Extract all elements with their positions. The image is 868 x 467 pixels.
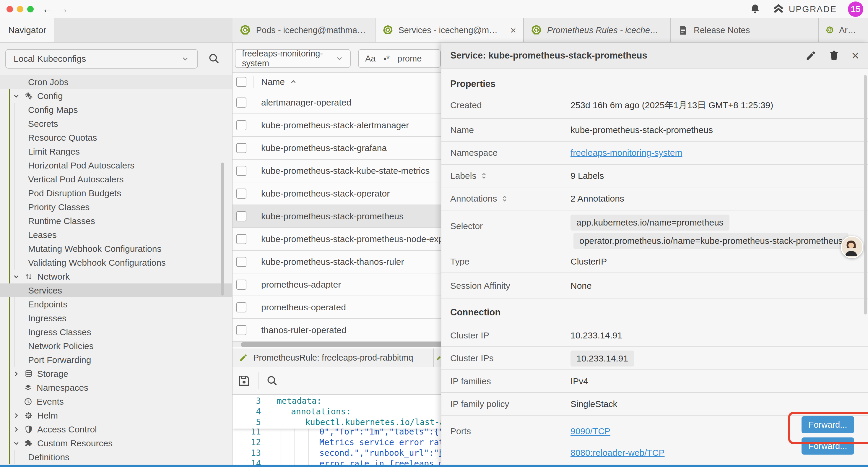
namespace-link[interactable]: freeleaps-monitoring-system [570, 148, 682, 158]
property-row-name: Name kube-prometheus-stack-prometheus [441, 119, 868, 142]
delete-icon[interactable] [829, 50, 840, 61]
tree-group-helm[interactable]: Helm [0, 408, 232, 422]
expand-collapse-icon[interactable] [480, 171, 488, 180]
row-checkbox[interactable] [236, 302, 246, 313]
tree-group-config[interactable]: Config [0, 89, 232, 103]
drawer-scrollbar[interactable] [864, 75, 867, 315]
tab-pods[interactable]: Pods - icecheng@mathmas... [232, 18, 375, 42]
regex-toggle[interactable]: ▪* [383, 54, 390, 63]
tab-release-notes[interactable]: Release Notes [671, 18, 819, 42]
row-checkbox[interactable] [236, 143, 246, 153]
port-link-8080[interactable]: 8080:reloader-web/TCP [570, 448, 665, 458]
tab-services[interactable]: Services - icecheng@math... × [375, 18, 524, 42]
chevron-right-icon [12, 412, 20, 419]
property-row-labels: Labels 9 Labels [441, 165, 868, 187]
tree-item-endpoints[interactable]: Endpoints [0, 297, 232, 311]
tree-item-network-policies[interactable]: Network Policies [0, 339, 232, 353]
tab-argo[interactable]: Argo Se [819, 18, 868, 42]
tree-item-priority-classes[interactable]: Priority Classes [0, 200, 232, 214]
tree-item-ingress-classes[interactable]: Ingress Classes [0, 325, 232, 339]
tree-item-services[interactable]: Services [0, 284, 232, 297]
row-checkbox[interactable] [236, 97, 246, 108]
notification-count-badge[interactable]: 15 [848, 1, 863, 17]
tree-group-access-control[interactable]: Access Control [0, 422, 232, 436]
close-drawer-icon[interactable]: × [851, 50, 859, 61]
tree-item-secrets[interactable]: Secrets [0, 117, 232, 130]
row-checkbox[interactable] [236, 280, 246, 290]
tree-item-port-forwarding[interactable]: Port Forwarding [0, 353, 232, 367]
minimize-window-button[interactable] [17, 6, 23, 12]
tree-item-horizontal-pod-autoscalers[interactable]: Horizontal Pod Autoscalers [0, 158, 232, 172]
tree-item-cron-jobs[interactable]: Cron Jobs [0, 75, 232, 89]
bell-icon[interactable] [749, 3, 761, 15]
row-checkbox[interactable] [236, 120, 246, 130]
tree-group-network[interactable]: Network [0, 269, 232, 284]
up-down-arrows-icon [24, 272, 33, 281]
chevron-down-icon [335, 54, 344, 63]
namespace-filter-dropdown[interactable]: freeleaps-monitoring-system [235, 49, 351, 68]
history-back-button[interactable]: ← [42, 2, 53, 16]
column-divider [253, 76, 253, 88]
tree-item-definitions[interactable]: Definitions [0, 450, 232, 464]
tab-label: Pods - icecheng@mathmas... [256, 25, 368, 35]
expand-collapse-icon[interactable] [501, 194, 508, 203]
chevron-down-icon [181, 54, 190, 63]
tree-item-vertical-pod-autoscalers[interactable]: Vertical Pod Autoscalers [0, 172, 232, 186]
navigator-search-icon[interactable] [208, 52, 220, 65]
editor-tab-label: PrometheusRule: freeleaps-prod-rabbitmq [253, 353, 413, 363]
user-avatar[interactable] [841, 236, 863, 258]
resource-tree: Cron Jobs Config Config Maps Secrets Res… [0, 75, 232, 464]
editor-tab-prometheusrule[interactable]: PrometheusRule: freeleaps-prod-rabbitmq [232, 348, 434, 367]
row-checkbox[interactable] [236, 325, 246, 335]
tree-item-mutating-webhook-configurations[interactable]: Mutating Webhook Configurations [0, 242, 232, 256]
helm-wheel-icon [24, 411, 33, 420]
tree-item-runtime-classes[interactable]: Runtime Classes [0, 214, 232, 228]
tree-item-pod-disruption-budgets[interactable]: Pod Disruption Budgets [0, 186, 232, 200]
search-query-value: prome [397, 54, 422, 63]
tree-item-validating-webhook-configurations[interactable]: Validating Webhook Configurations [0, 256, 232, 269]
navigator-scrollbar[interactable] [221, 163, 224, 296]
maximize-window-button[interactable] [27, 6, 34, 12]
port-link-9090[interactable]: 9090/TCP [570, 426, 610, 436]
kubeconfig-selector[interactable]: Local Kubeconfigs [5, 49, 198, 68]
labels-count[interactable]: 9 Labels [570, 171, 604, 181]
tree-item-namespaces[interactable]: Namespaces [0, 381, 232, 395]
property-row-type: Type ClusterIP [441, 250, 868, 273]
save-button[interactable] [237, 374, 251, 387]
tree-group-storage[interactable]: Storage [0, 367, 232, 381]
row-checkbox[interactable] [236, 234, 246, 244]
tab-navigator-panel[interactable]: Navigator [0, 18, 54, 42]
row-checkbox[interactable] [236, 211, 246, 222]
row-checkbox[interactable] [236, 257, 246, 267]
tree-group-custom-resources[interactable]: Custom Resources [0, 436, 232, 450]
tab-label: Argo Se [839, 25, 861, 35]
property-row-annotations: Annotations 2 Annotations [441, 187, 868, 210]
row-checkbox[interactable] [236, 188, 246, 199]
tree-item-config-maps[interactable]: Config Maps [0, 103, 232, 117]
double-chevron-up-icon [772, 3, 785, 16]
kubeconfig-selector-value: Local Kubeconfigs [13, 54, 86, 64]
resource-search-input[interactable]: Aa ▪* prome [358, 49, 441, 68]
select-all-checkbox[interactable] [236, 77, 246, 87]
tree-item-events[interactable]: Events [0, 395, 232, 408]
editor-search-button[interactable] [266, 374, 279, 387]
tree-item-resource-quotas[interactable]: Resource Quotas [0, 130, 232, 145]
tree-item-limit-ranges[interactable]: Limit Ranges [0, 145, 232, 158]
edit-icon[interactable] [805, 50, 816, 61]
gear-icon [24, 92, 33, 100]
annotations-count[interactable]: 2 Annotations [570, 194, 624, 204]
upgrade-button[interactable]: UPGRADE [772, 3, 837, 16]
row-checkbox[interactable] [236, 166, 246, 176]
shield-icon [24, 425, 33, 434]
history-forward-button[interactable]: → [57, 2, 68, 16]
match-case-toggle[interactable]: Aa [365, 54, 375, 63]
tree-item-ingresses[interactable]: Ingresses [0, 311, 232, 325]
name-column-header[interactable]: Name [261, 77, 297, 87]
close-tab-icon[interactable]: × [506, 25, 516, 36]
connection-row-ip-families: IP families IPv4 [441, 370, 868, 393]
tree-item-leases[interactable]: Leases [0, 228, 232, 242]
close-window-button[interactable] [6, 6, 13, 12]
tab-prometheus-rules[interactable]: Prometheus Rules - icecheng... [524, 18, 671, 42]
chevron-down-icon [12, 273, 20, 281]
navigator-panel: Local Kubeconfigs Cron Jobs Config Confi… [0, 42, 232, 465]
